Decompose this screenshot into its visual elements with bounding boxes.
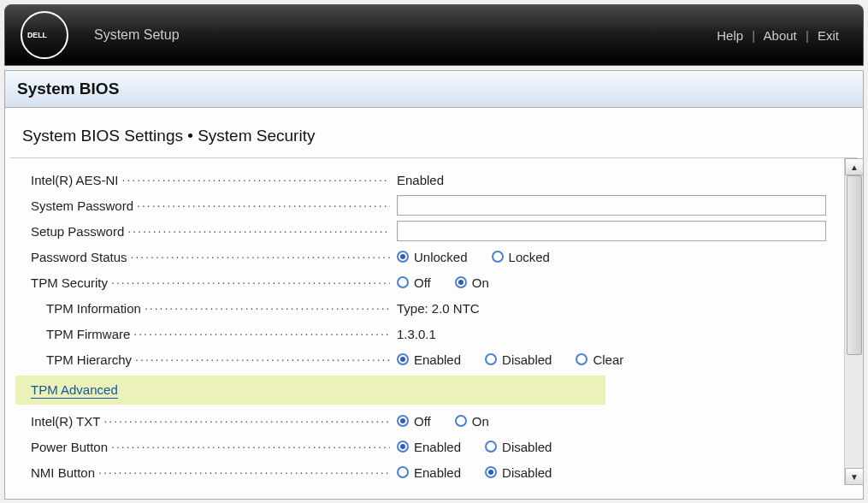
- breadcrumb: System BIOS Settings • System Security: [10, 108, 858, 158]
- topbar-links: Help | About | Exit: [717, 28, 839, 43]
- value-tpm-firmware: 1.3.0.1: [397, 327, 436, 341]
- radio-txt-on[interactable]: On: [455, 414, 489, 429]
- row-tpm-firmware: TPM Firmware 1.3.0.1: [10, 321, 839, 346]
- dell-logo: DELL: [21, 11, 68, 59]
- label-tpm-hierarchy: TPM Hierarchy: [15, 352, 390, 367]
- radio-power-button-disabled[interactable]: Disabled: [485, 440, 552, 454]
- label-intel-txt: Intel(R) TXT: [15, 414, 390, 429]
- row-tpm-advanced[interactable]: TPM Advanced: [15, 376, 605, 405]
- radio-nmi-button-disabled[interactable]: Disabled: [485, 465, 552, 480]
- scrollbar[interactable]: ▲ ▼: [844, 158, 863, 485]
- radio-password-status-locked[interactable]: Locked: [492, 250, 550, 264]
- value-aes-ni: Enabled: [397, 173, 444, 187]
- radio-power-button-enabled[interactable]: Enabled: [397, 440, 461, 454]
- value-tpm-information: Type: 2.0 NTC: [397, 301, 480, 316]
- row-tpm-information: TPM Information Type: 2.0 NTC: [10, 295, 839, 321]
- radio-txt-off[interactable]: Off: [397, 414, 431, 429]
- radio-tpm-hierarchy-disabled[interactable]: Disabled: [485, 352, 552, 367]
- row-setup-password: Setup Password: [10, 218, 839, 244]
- radio-tpm-security-on[interactable]: On: [455, 275, 489, 290]
- label-system-password: System Password: [15, 198, 390, 213]
- label-aes-ni: Intel(R) AES-NI: [15, 173, 390, 187]
- tpm-advanced-link[interactable]: TPM Advanced: [31, 382, 118, 399]
- row-nmi-button: NMI Button Enabled Disabled: [10, 459, 839, 485]
- label-password-status: Password Status: [15, 250, 390, 264]
- row-power-button: Power Button Enabled Disabled: [10, 434, 839, 459]
- label-tpm-information: TPM Information: [15, 301, 390, 316]
- row-aes-ni: Intel(R) AES-NI Enabled: [10, 167, 839, 192]
- label-power-button: Power Button: [15, 440, 390, 454]
- radio-tpm-hierarchy-clear[interactable]: Clear: [576, 352, 623, 367]
- row-password-status: Password Status Unlocked Locked: [10, 244, 839, 269]
- radio-password-status-unlocked[interactable]: Unlocked: [397, 250, 468, 264]
- label-nmi-button: NMI Button: [15, 465, 390, 480]
- label-setup-password: Setup Password: [15, 224, 390, 239]
- help-link[interactable]: Help: [717, 28, 743, 43]
- content-wrap: Intel(R) AES-NI Enabled System Password …: [5, 158, 863, 485]
- app-title: System Setup: [94, 27, 180, 43]
- system-password-input[interactable]: [397, 195, 826, 216]
- top-bar: DELL System Setup Help | About | Exit: [4, 4, 864, 66]
- label-tpm-security: TPM Security: [15, 275, 390, 290]
- setup-password-input[interactable]: [397, 221, 826, 241]
- row-tpm-hierarchy: TPM Hierarchy Enabled Disabled Clear: [10, 346, 839, 372]
- dell-logo-icon: DELL: [27, 29, 62, 41]
- radio-nmi-button-enabled[interactable]: Enabled: [397, 465, 461, 480]
- svg-text:DELL: DELL: [27, 31, 48, 39]
- settings-list: Intel(R) AES-NI Enabled System Password …: [5, 158, 844, 485]
- radio-tpm-security-off[interactable]: Off: [397, 275, 431, 290]
- radio-tpm-hierarchy-enabled[interactable]: Enabled: [397, 352, 461, 367]
- row-intel-txt: Intel(R) TXT Off On: [10, 408, 839, 434]
- label-tpm-firmware: TPM Firmware: [15, 327, 390, 341]
- scroll-down-button[interactable]: ▼: [845, 468, 864, 485]
- section-header: System BIOS: [5, 71, 863, 108]
- row-tpm-security: TPM Security Off On: [10, 269, 839, 295]
- exit-link[interactable]: Exit: [818, 28, 839, 43]
- scroll-up-button[interactable]: ▲: [845, 158, 864, 175]
- page-body: System BIOS System BIOS Settings • Syste…: [4, 70, 864, 500]
- about-link[interactable]: About: [764, 28, 797, 43]
- scroll-thumb[interactable]: [847, 175, 862, 355]
- row-system-password: System Password: [10, 192, 839, 218]
